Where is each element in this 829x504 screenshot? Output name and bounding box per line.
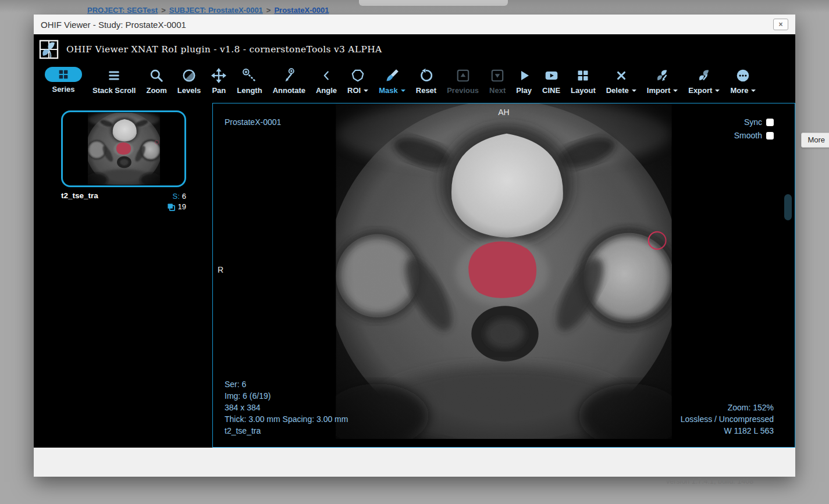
length-label: Length xyxy=(237,86,262,95)
image-stats-overlay: Ser: 6 Img: 6 (6/19) 384 x 384 Thick: 3.… xyxy=(225,378,348,437)
sync-option: Sync xyxy=(744,117,774,127)
contrast-icon xyxy=(182,67,197,84)
cine-label: CINE xyxy=(542,86,560,95)
window-level: W 1182 L 563 xyxy=(681,425,774,437)
sync-label: Sync xyxy=(744,117,762,127)
breadcrumb-separator: > xyxy=(266,6,271,15)
reset-label: Reset xyxy=(416,86,436,95)
next-label: Next xyxy=(489,86,506,95)
series-meta: t2_tse_tra S: 6 19 xyxy=(61,191,186,212)
pan-button[interactable]: Pan xyxy=(206,67,232,95)
zoom-button[interactable]: Zoom xyxy=(141,67,172,95)
series-number-row: S: 6 xyxy=(167,191,186,202)
delete-x-icon xyxy=(615,67,628,84)
patient-label: ProstateX-0001 xyxy=(225,117,281,127)
reset-button[interactable]: Reset xyxy=(411,67,442,95)
hexagon-icon xyxy=(350,67,365,84)
magnifier-icon xyxy=(149,67,164,84)
stat-image: Img: 6 (6/19) xyxy=(225,390,348,402)
stack-layers-icon xyxy=(167,203,176,212)
export-button[interactable]: Export xyxy=(683,67,725,95)
brush-icon xyxy=(385,67,400,84)
smooth-option: Smooth xyxy=(734,131,774,140)
mask-label: Mask xyxy=(379,86,405,95)
xnat-import-icon xyxy=(654,67,670,84)
import-button[interactable]: Import xyxy=(642,67,683,95)
caret-down-icon xyxy=(364,90,368,92)
breadcrumb-project-link[interactable]: PROJECT: SEGTest xyxy=(87,6,158,15)
breadcrumb-separator: > xyxy=(161,6,166,15)
sync-checkbox[interactable] xyxy=(766,119,774,126)
previous-label: Previous xyxy=(447,86,479,95)
previous-button[interactable]: Previous xyxy=(442,67,484,95)
breadcrumb-session-link[interactable]: ProstateX-0001 xyxy=(274,6,329,15)
length-button[interactable]: Length xyxy=(232,67,267,95)
breadcrumb-subject-link[interactable]: SUBJECT: ProstateX-0001 xyxy=(169,6,263,15)
previous-frame-icon xyxy=(456,67,471,84)
cine-button[interactable]: CINE xyxy=(537,67,565,95)
roi-label: ROI xyxy=(347,86,368,95)
move-arrows-icon xyxy=(211,67,226,84)
smooth-label: Smooth xyxy=(734,131,762,140)
window-titlebar: OHIF Viewer - Study: ProstateX-0001 × xyxy=(34,15,795,34)
series-grid-icon xyxy=(45,67,82,82)
levels-button[interactable]: Levels xyxy=(172,67,206,95)
ellipsis-icon xyxy=(735,67,750,84)
smooth-checkbox[interactable] xyxy=(766,132,774,140)
caret-down-icon xyxy=(401,90,405,92)
more-label: More xyxy=(730,86,756,95)
series-sidebar: t2_tse_tra S: 6 19 xyxy=(34,103,212,448)
annotate-label: Annotate xyxy=(273,86,305,95)
modal-footer xyxy=(34,448,795,477)
instance-count-row: 19 xyxy=(167,202,186,212)
viewer-root: OHIF Viewer XNAT RoI plugin - v1.8 - cor… xyxy=(34,34,795,448)
stack-scroll-icon xyxy=(106,67,122,84)
viewport-options: Sync Smooth xyxy=(734,117,774,140)
next-frame-icon xyxy=(490,67,505,84)
reset-arrow-icon xyxy=(418,67,433,84)
angle-chevron-icon xyxy=(320,67,333,84)
annotate-arrow-icon xyxy=(282,67,297,84)
xnat-export-icon xyxy=(696,67,711,84)
toolbar: Series Stack Scroll Zo xyxy=(34,65,795,103)
angle-label: Angle xyxy=(316,86,337,95)
import-label: Import xyxy=(647,86,678,95)
annotate-button[interactable]: Annotate xyxy=(268,67,311,95)
stack-scrollbar-thumb[interactable] xyxy=(784,194,792,220)
series-thumbnail-image xyxy=(88,113,160,185)
xnat-logo-icon xyxy=(38,39,59,60)
delete-button[interactable]: Delete xyxy=(601,67,642,95)
close-button[interactable]: × xyxy=(773,19,788,30)
window-title: OHIF Viewer - Study: ProstateX-0001 xyxy=(41,20,186,30)
stat-series: Ser: 6 xyxy=(225,378,348,390)
roi-button[interactable]: ROI xyxy=(342,67,373,95)
caret-down-icon xyxy=(632,90,636,92)
series-button[interactable]: Series xyxy=(40,67,87,94)
cine-icon xyxy=(544,67,559,84)
more-tooltip: More xyxy=(801,133,829,148)
ohif-viewer-window: OHIF Viewer - Study: ProstateX-0001 × OH… xyxy=(34,15,795,477)
play-button[interactable]: Play xyxy=(511,67,537,95)
layout-button[interactable]: Layout xyxy=(565,67,601,95)
export-label: Export xyxy=(688,86,720,95)
series-thumbnail[interactable] xyxy=(61,110,186,187)
display-settings-overlay: Zoom: 152% Lossless / Uncompressed W 118… xyxy=(681,402,774,437)
orientation-top-marker: AH xyxy=(213,108,795,117)
next-button[interactable]: Next xyxy=(484,67,511,95)
mask-button[interactable]: Mask xyxy=(373,67,411,95)
viewport[interactable]: ProstateX-0001 AH R Sync Smooth Ser: 6 I… xyxy=(212,103,795,448)
plugin-title: OHIF Viewer XNAT RoI plugin - v1.8 - cor… xyxy=(66,44,382,55)
background-page-element xyxy=(359,0,508,6)
more-button[interactable]: More xyxy=(725,67,761,95)
levels-label: Levels xyxy=(177,86,201,95)
stack-scroll-button[interactable]: Stack Scroll xyxy=(87,67,141,95)
layout-grid-icon xyxy=(576,67,590,84)
angle-button[interactable]: Angle xyxy=(311,67,342,95)
compression-info: Lossless / Uncompressed xyxy=(681,413,774,425)
version-text: version 1.7.4.1, build: 1408 xyxy=(666,477,753,485)
play-label: Play xyxy=(516,86,532,95)
series-label: Series xyxy=(52,85,74,94)
zoom-label: Zoom xyxy=(146,86,166,95)
zoom-level: Zoom: 152% xyxy=(681,402,774,413)
pan-label: Pan xyxy=(212,86,226,95)
